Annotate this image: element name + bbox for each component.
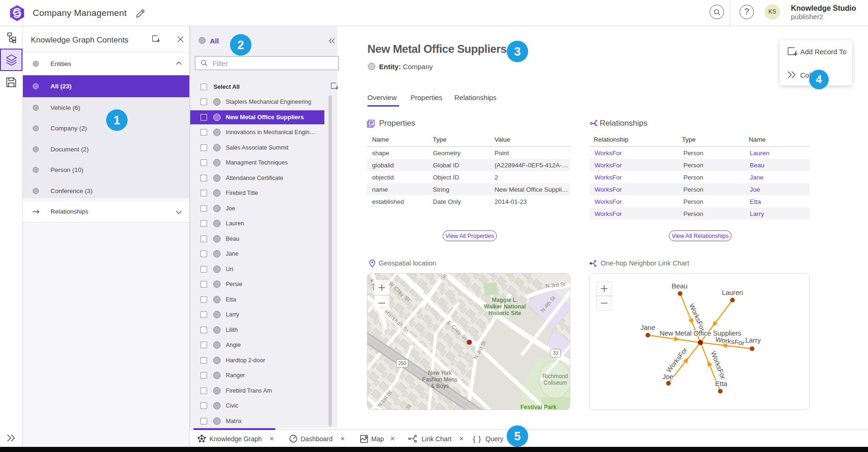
- svg-text:33: 33: [553, 351, 559, 356]
- svg-text:Fashion Mens: Fashion Mens: [422, 376, 457, 383]
- svg-text:New York: New York: [428, 370, 452, 376]
- svg-text:New Metal Office Suppliers: New Metal Office Suppliers: [660, 330, 741, 337]
- svg-text:Jane: Jane: [640, 324, 655, 331]
- svg-text:Maggie L.: Maggie L.: [492, 297, 517, 303]
- svg-text:Joe: Joe: [662, 373, 673, 380]
- svg-text:Etta: Etta: [715, 380, 728, 387]
- svg-text:Lauren: Lauren: [722, 289, 743, 296]
- svg-text:250: 250: [398, 361, 406, 366]
- svg-text:Beau: Beau: [672, 282, 688, 290]
- svg-text:Historic Site: Historic Site: [488, 310, 521, 316]
- svg-text:Walker National: Walker National: [484, 303, 526, 310]
- svg-text:Richmond: Richmond: [543, 373, 568, 380]
- svg-text:& Boys: & Boys: [431, 383, 449, 389]
- svg-text:Coliseum: Coliseum: [544, 380, 567, 386]
- svg-text:Larry: Larry: [745, 337, 761, 344]
- svg-text:Festival Park: Festival Park: [520, 404, 556, 410]
